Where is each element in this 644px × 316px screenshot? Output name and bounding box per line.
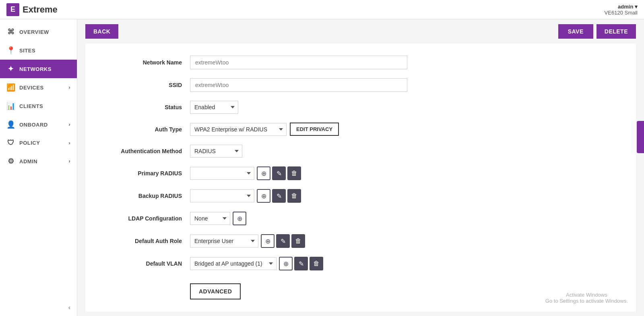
pencil-icon-4: ✎ [299, 260, 304, 268]
sidebar-label-networks: NETWORKS [19, 66, 52, 72]
backup-radius-label: Backup RADIUS [101, 193, 190, 199]
status-label: Status [101, 104, 190, 110]
sidebar-item-onboard[interactable]: 👤 ONBOARD › [0, 115, 77, 134]
chevron-right-icon-policy: › [69, 140, 71, 146]
save-button[interactable]: SAVE [558, 24, 593, 39]
network-name-label: Network Name [101, 59, 190, 66]
gear-icon: ⚙ [6, 157, 15, 166]
sidebar-item-admin[interactable]: ⚙ ADMIN › [0, 152, 77, 170]
trash-icon: 🗑 [291, 170, 297, 177]
trash-icon-4: 🗑 [313, 260, 320, 267]
sidebar-item-devices[interactable]: 📶 DEVICES › [0, 78, 77, 97]
sidebar-item-policy[interactable]: 🛡 POLICY › [0, 134, 77, 152]
username[interactable]: admin ▾ [605, 4, 638, 10]
pin-icon: 📍 [6, 46, 15, 55]
topbar: E Extreme admin ▾ VE6120 Small [0, 0, 644, 19]
activate-windows-watermark: Activate Windows Go to Settings to activ… [545, 292, 628, 304]
plus-icon-4: ⊕ [265, 237, 270, 245]
ldap-config-select[interactable]: None [190, 212, 230, 225]
auth-type-row: Auth Type WPA2 Enterprise w/ RADIUS WPA2… [101, 123, 620, 136]
primary-radius-delete-button[interactable]: 🗑 [287, 166, 301, 180]
primary-radius-edit-button[interactable]: ✎ [272, 166, 286, 180]
auth-type-select[interactable]: WPA2 Enterprise w/ RADIUS WPA2 Personal … [190, 123, 287, 136]
wifi-icon: ⌘ [6, 27, 15, 36]
backup-radius-add-button[interactable]: ⊕ [257, 189, 270, 203]
sidebar-label-onboard: ONBOARD [19, 122, 48, 128]
chart-icon: 📊 [6, 102, 15, 110]
trash-icon-3: 🗑 [295, 237, 301, 245]
form-container: Network Name SSID Status Enabled Disable… [85, 44, 636, 312]
vlan-add-button[interactable]: ⊕ [279, 257, 293, 270]
network-name-input[interactable] [190, 56, 407, 69]
content-area: BACK SAVE DELETE Network Name SSID Statu… [77, 19, 644, 316]
chevron-right-icon-onboard: › [69, 122, 71, 127]
activate-windows-line1: Activate Windows [545, 292, 628, 298]
sidebar-label-overview: OVERVIEW [19, 29, 49, 35]
pencil-icon-2: ✎ [277, 192, 282, 200]
auth-type-label: Auth Type [101, 126, 190, 133]
advanced-section: ADVANCED [101, 279, 620, 299]
chevron-left-icon: ‹ [68, 304, 70, 311]
default-auth-role-select[interactable]: Enterprise User [190, 235, 258, 247]
default-auth-role-row: Default Auth Role Enterprise User ⊕ ✎ 🗑 [101, 234, 620, 248]
activate-windows-line2: Go to Settings to activate Windows. [545, 298, 628, 304]
ldap-config-actions: ⊕ [233, 212, 246, 225]
backup-radius-select[interactable] [190, 189, 254, 202]
ldap-config-label: LDAP Configuration [101, 215, 190, 222]
auth-method-row: Authentication Method RADIUS Local [101, 145, 620, 158]
vlan-delete-button[interactable]: 🗑 [310, 257, 323, 270]
advanced-button[interactable]: ADVANCED [190, 283, 241, 299]
logo: E Extreme [6, 3, 58, 16]
delete-button[interactable]: DELETE [597, 24, 636, 39]
router-icon: 📶 [6, 83, 15, 92]
sidebar-item-networks[interactable]: ✦ NETWORKS [0, 60, 77, 78]
ldap-config-row: LDAP Configuration None ⊕ [101, 212, 620, 225]
sidebar-label-policy: POLICY [19, 140, 40, 146]
logo-name: Extreme [23, 4, 58, 15]
backup-radius-edit-button[interactable]: ✎ [272, 189, 286, 203]
plus-icon: ⊕ [261, 170, 266, 177]
sidebar-item-sites[interactable]: 📍 SITES [0, 41, 77, 60]
plus-icon-2: ⊕ [261, 192, 266, 200]
back-button[interactable]: BACK [85, 24, 118, 39]
sidebar-label-devices: DEVICES [19, 85, 44, 91]
primary-radius-row: Primary RADIUS ⊕ ✎ 🗑 [101, 166, 620, 180]
auth-role-add-button[interactable]: ⊕ [261, 234, 275, 248]
backup-radius-delete-button[interactable]: 🗑 [287, 189, 301, 203]
backup-radius-actions: ⊕ ✎ 🗑 [257, 189, 301, 203]
device-name: VE6120 Small [605, 10, 638, 16]
backup-radius-row: Backup RADIUS ⊕ ✎ 🗑 [101, 189, 620, 203]
primary-radius-label: Primary RADIUS [101, 170, 190, 177]
auth-method-select[interactable]: RADIUS Local [190, 145, 242, 158]
chevron-right-icon-admin: › [69, 158, 71, 164]
person-icon: ✦ [6, 64, 15, 73]
sidebar-label-admin: ADMIN [19, 158, 37, 164]
auth-method-label: Authentication Method [101, 148, 190, 154]
auth-role-edit-button[interactable]: ✎ [276, 234, 290, 248]
primary-radius-add-button[interactable]: ⊕ [257, 166, 270, 180]
default-vlan-actions: ⊕ ✎ 🗑 [279, 257, 323, 270]
sidebar-label-clients: CLIENTS [19, 103, 43, 109]
status-row: Status Enabled Disabled [101, 101, 620, 114]
auth-role-delete-button[interactable]: 🗑 [291, 234, 305, 248]
action-bar: BACK SAVE DELETE [77, 19, 644, 44]
plus-icon-3: ⊕ [237, 215, 242, 222]
sidebar-item-clients[interactable]: 📊 CLIENTS [0, 97, 77, 115]
user-icon: 👤 [6, 120, 15, 129]
ldap-add-button[interactable]: ⊕ [233, 212, 246, 225]
vlan-edit-button[interactable]: ✎ [294, 257, 308, 270]
default-auth-role-actions: ⊕ ✎ 🗑 [261, 234, 305, 248]
status-select[interactable]: Enabled Disabled [190, 101, 238, 114]
ssid-row: SSID [101, 78, 620, 92]
sidebar-label-sites: SITES [19, 48, 35, 54]
sidebar-collapse-button[interactable]: ‹ [0, 299, 77, 316]
primary-radius-actions: ⊕ ✎ 🗑 [257, 166, 301, 180]
default-vlan-select[interactable]: Bridged at AP untagged (1) [190, 257, 277, 270]
network-name-row: Network Name [101, 56, 620, 69]
edit-privacy-button[interactable]: EDIT PRIVACY [290, 123, 339, 136]
pencil-icon-3: ✎ [281, 237, 286, 245]
user-info[interactable]: admin ▾ VE6120 Small [605, 4, 638, 16]
sidebar-item-overview[interactable]: ⌘ OVERVIEW [0, 23, 77, 41]
ssid-input[interactable] [190, 78, 407, 92]
primary-radius-select[interactable] [190, 167, 254, 180]
